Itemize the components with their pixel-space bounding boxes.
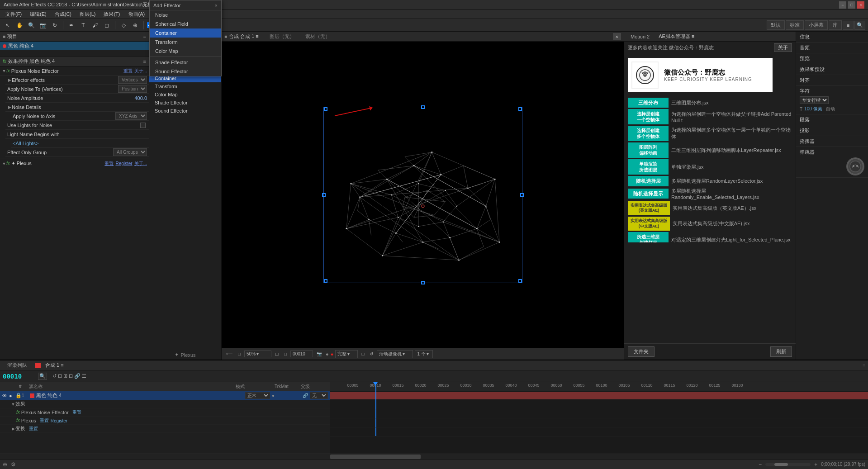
container-shade[interactable]: Shade Effector <box>150 58 221 67</box>
comp-toggle-btn[interactable]: □ <box>360 351 366 357</box>
tool-shape[interactable]: ◇ <box>119 20 128 30</box>
quality-dropdown[interactable]: 完整 ▾ <box>335 350 358 358</box>
timeline-btn-1[interactable]: ↺ <box>52 373 57 379</box>
minimize-button[interactable]: − <box>839 1 846 9</box>
info-section-para[interactable]: 段落 <box>796 114 868 125</box>
plexus-item-shade[interactable]: Shade Effector <box>149 99 221 107</box>
plexus-register[interactable]: Register <box>115 161 132 166</box>
status-btn-zoom-out[interactable]: − <box>759 461 762 468</box>
plexus-noise-about-link[interactable]: 关于... <box>134 68 147 74</box>
tool-hand[interactable]: ✋ <box>14 20 24 30</box>
zoom-dropdown[interactable]: 50% ▾ <box>244 351 271 357</box>
script-btn-null-multi[interactable]: 选择层创建多个空物体 <box>628 126 669 141</box>
info-section-preview[interactable]: 预览 <box>796 53 868 64</box>
container-transform[interactable]: Transform <box>150 38 221 47</box>
layer-lock-1[interactable]: 🔒 <box>15 393 20 398</box>
plexus-noise-reset[interactable]: 重置 <box>123 68 133 74</box>
tool-camera[interactable]: 📷 <box>38 20 48 30</box>
corner-handle-bl[interactable] <box>324 279 327 283</box>
workspace-default[interactable]: 默认 <box>767 20 785 30</box>
timeline-scrollbar-thumb[interactable] <box>330 455 421 459</box>
timeline-btn-2[interactable]: ⊡ <box>58 373 62 379</box>
tool-puppet[interactable]: ⊕ <box>130 20 140 30</box>
info-section-info[interactable]: 信息 <box>796 32 868 43</box>
status-btn-2[interactable]: ⚙ <box>11 461 16 468</box>
menu-edit[interactable]: 编辑(E) <box>26 10 50 19</box>
info-section-effects[interactable]: 效果和预设 <box>796 64 868 75</box>
plexus-reset[interactable]: 重置 <box>104 161 114 167</box>
menu-effects[interactable]: 效果(T) <box>100 10 123 19</box>
timeline-scrollbar[interactable] <box>0 454 868 459</box>
info-section-audio[interactable]: 音频 <box>796 43 868 53</box>
camera-dropdown[interactable]: 活动摄像机 ▾ <box>377 350 413 358</box>
layer-parent-select-1[interactable]: 无 <box>310 392 328 399</box>
timeline-settings[interactable]: ≡ <box>863 363 865 368</box>
workspace-library[interactable]: 库 <box>829 20 842 30</box>
maximize-button[interactable]: □ <box>848 1 855 9</box>
effects-menu-icon[interactable]: ≡ <box>143 59 146 64</box>
script-btn-null-one[interactable]: 选择层创建一个空物体 <box>628 109 669 124</box>
light-name-value[interactable]: <All Lights> <box>13 141 147 146</box>
info-section-align[interactable]: 对齐 <box>796 75 868 86</box>
tool-text[interactable]: T <box>78 20 88 30</box>
container-container[interactable]: Container <box>150 28 221 38</box>
layer-color-1[interactable] <box>30 393 34 398</box>
script-btn-render-solo[interactable]: 单独渲染所选图层 <box>628 159 669 175</box>
handle-left[interactable] <box>322 193 326 197</box>
comp-btn-a[interactable]: ⟵ <box>224 351 234 357</box>
comp-close-btn[interactable]: × <box>613 33 621 40</box>
layer-solo-1[interactable]: ● <box>9 393 14 398</box>
comp-refresh-btn[interactable]: ↺ <box>368 351 375 357</box>
script-btn-expr-cn[interactable]: 实用表达式集高级版(中文版AE) <box>628 217 670 231</box>
folder-btn[interactable]: 文件夹 <box>628 346 655 357</box>
tool-zoom[interactable]: 🔍 <box>26 20 36 30</box>
layer-switch-1[interactable]: ● <box>272 393 276 398</box>
plexus-toggle[interactable]: ▼ <box>2 161 6 166</box>
plexus-noise-link[interactable]: 重置 <box>72 409 81 416</box>
noise-details-toggle[interactable]: ▶ <box>7 105 12 109</box>
workspace-standard[interactable]: 标准 <box>786 20 804 30</box>
workspace-menu[interactable]: ≡ <box>843 21 854 30</box>
plexus-noise-toggle[interactable]: ▼ <box>2 69 6 73</box>
layer-mode-select-1[interactable]: 正常 <box>245 392 270 399</box>
info-section-shadow[interactable]: 投影 <box>796 125 868 136</box>
info-section-char[interactable]: 字符 华文行楷 T 100 像素 自动 <box>796 86 868 114</box>
comp-btn-d[interactable]: □ <box>282 351 289 357</box>
workspace-small[interactable]: 小屏幕 <box>805 20 828 30</box>
timeline-btn-5[interactable]: 🔗 <box>74 373 81 379</box>
ae-script-tab[interactable]: AE脚本管理器 ≡ <box>655 32 698 41</box>
handle-top[interactable] <box>421 105 425 109</box>
font-select[interactable]: 华文行楷 <box>800 96 829 104</box>
corner-handle-br[interactable] <box>518 279 522 283</box>
workspace-search-btn[interactable]: 🔍 <box>854 21 865 30</box>
refresh-btn[interactable]: 刷新 <box>770 346 792 357</box>
status-btn-zoom-in[interactable]: + <box>814 461 817 468</box>
corner-handle-tl[interactable] <box>324 107 327 111</box>
corner-handle-tr[interactable] <box>518 107 522 111</box>
apply-noise-select[interactable]: Position <box>118 85 147 93</box>
plexus-item-colormap[interactable]: Color Map <box>149 90 221 99</box>
effects-toggle-timeline[interactable]: ▼ <box>11 402 15 407</box>
plexus-link-2[interactable]: Register <box>51 418 67 423</box>
render-queue-tab[interactable]: 渲染列队 <box>5 361 30 370</box>
playhead[interactable] <box>375 382 376 391</box>
comp-camera-btn[interactable]: 📷 <box>315 351 324 357</box>
timeline-zoom-slider[interactable] <box>765 463 811 466</box>
effector-effects-select[interactable]: Vertices <box>118 76 147 84</box>
apply-axis-select[interactable]: XYZ Axis <box>115 112 147 120</box>
script-btn-3d-dist[interactable]: 三维分布 <box>628 98 669 108</box>
handle-right[interactable] <box>520 193 524 197</box>
comp1-tab[interactable]: 合成 1 ≡ <box>43 361 66 370</box>
container-sound[interactable]: Sound Effector <box>150 67 221 76</box>
menu-layer[interactable]: 图层(L) <box>76 10 99 19</box>
plexus-about[interactable]: 关于... <box>134 161 147 167</box>
info-section-bounce[interactable]: 弹跳器 <box>796 147 868 178</box>
plexus-link-1[interactable]: 重置 <box>40 417 49 424</box>
noise-amplitude-value[interactable]: 400.0 <box>134 95 147 101</box>
project-item-1[interactable]: 黑色 纯色 4 <box>0 42 149 50</box>
status-btn-1[interactable]: ⊕ <box>3 461 7 468</box>
tool-arrow[interactable]: ↖ <box>3 20 13 30</box>
font-size-value[interactable]: 100 像素 <box>804 106 822 112</box>
subscribe-about-btn[interactable]: 关于 <box>774 43 792 52</box>
tool-brush[interactable]: 🖌 <box>90 20 100 30</box>
